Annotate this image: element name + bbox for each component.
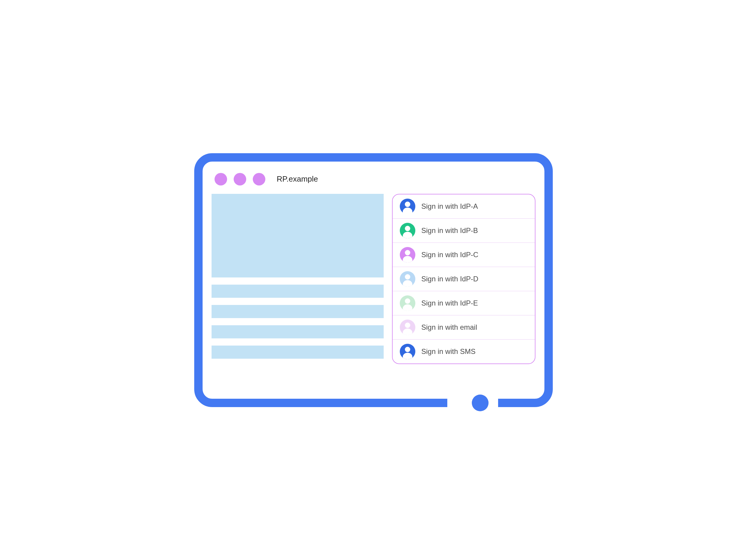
- window-control-dot: [253, 173, 265, 185]
- signin-label: Sign in with IdP-E: [421, 299, 478, 307]
- signin-label: Sign in with IdP-C: [421, 250, 479, 259]
- person-icon: [400, 271, 415, 287]
- signin-label: Sign in with IdP-A: [421, 202, 478, 211]
- home-button-icon: [472, 395, 489, 411]
- window-control-dot: [214, 173, 227, 185]
- svg-point-4: [405, 202, 410, 207]
- svg-point-12: [405, 250, 410, 256]
- address-bar-text: RP.example: [277, 175, 318, 184]
- main-content-column: [211, 194, 384, 364]
- person-icon: [400, 198, 415, 214]
- signin-option-email[interactable]: Sign in with email: [393, 315, 535, 340]
- signin-label: Sign in with SMS: [421, 347, 475, 356]
- device-frame: RP.example Sign in with IdP-A Sign in wi…: [194, 153, 553, 407]
- svg-point-8: [405, 226, 410, 231]
- device-home-indicator: [468, 395, 492, 411]
- page-content: Sign in with IdP-A Sign in with IdP-B Si…: [209, 194, 538, 364]
- content-line-placeholder: [211, 285, 384, 298]
- signin-label: Sign in with IdP-D: [421, 275, 479, 283]
- content-line-placeholder: [211, 305, 384, 318]
- person-icon: [400, 223, 415, 238]
- svg-point-20: [405, 298, 410, 304]
- signin-option-idp-b[interactable]: Sign in with IdP-B: [393, 219, 535, 243]
- content-hero-placeholder: [211, 194, 384, 277]
- window-controls: [214, 173, 265, 185]
- signin-option-idp-e[interactable]: Sign in with IdP-E: [393, 291, 535, 315]
- signin-option-idp-a[interactable]: Sign in with IdP-A: [393, 194, 535, 219]
- signin-option-idp-c[interactable]: Sign in with IdP-C: [393, 243, 535, 267]
- signin-option-idp-d[interactable]: Sign in with IdP-D: [393, 267, 535, 291]
- signin-label: Sign in with IdP-B: [421, 226, 478, 235]
- signin-panel: Sign in with IdP-A Sign in with IdP-B Si…: [392, 194, 536, 364]
- person-icon: [400, 344, 415, 359]
- svg-point-28: [405, 347, 410, 352]
- person-icon: [400, 295, 415, 311]
- window-control-dot: [234, 173, 246, 185]
- browser-header: RP.example: [209, 167, 538, 194]
- content-line-placeholder: [211, 325, 384, 338]
- person-icon: [400, 320, 415, 335]
- svg-point-24: [405, 323, 410, 328]
- svg-point-16: [405, 274, 410, 279]
- person-icon: [400, 247, 415, 263]
- signin-label: Sign in with email: [421, 323, 477, 331]
- content-line-placeholder: [211, 346, 384, 359]
- signin-option-sms[interactable]: Sign in with SMS: [393, 340, 535, 364]
